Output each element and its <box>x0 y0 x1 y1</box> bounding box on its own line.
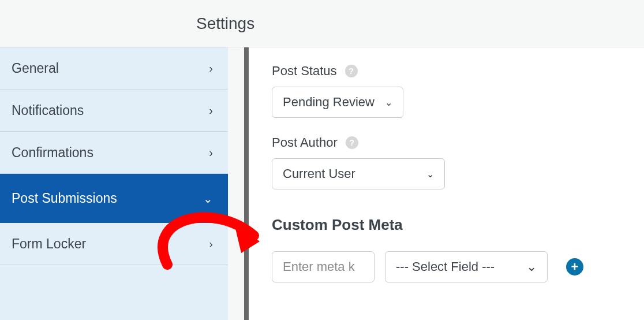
sidebar-item-notifications[interactable]: Notifications › <box>0 90 228 132</box>
select-value: --- Select Field --- <box>396 259 495 274</box>
custom-post-meta-heading: Custom Post Meta <box>272 216 621 234</box>
chevron-right-icon: › <box>209 104 213 117</box>
chevron-right-icon: › <box>209 237 213 251</box>
sidebar-item-label: Form Locker <box>12 236 86 252</box>
chevron-down-icon: ⌄ <box>385 97 392 108</box>
sidebar-item-label: Confirmations <box>12 145 93 161</box>
layout: General › Notifications › Confirmations … <box>0 47 644 320</box>
sidebar-item-form-locker[interactable]: Form Locker › <box>0 223 228 265</box>
add-meta-button[interactable]: + <box>566 258 583 276</box>
sidebar-item-label: Post Submissions <box>12 191 117 206</box>
field-post-status: Post Status ? Pending Review ⌄ <box>272 64 621 118</box>
select-value: Pending Review <box>283 95 375 110</box>
help-icon[interactable]: ? <box>345 65 358 77</box>
chevron-right-icon: › <box>209 62 213 75</box>
field-label: Post Status <box>272 64 337 79</box>
sidebar-item-label: Notifications <box>12 103 84 118</box>
sidebar-item-label: General <box>12 61 59 76</box>
chevron-right-icon: › <box>209 146 213 159</box>
custom-meta-row: --- Select Field --- ⌄ + <box>272 251 621 282</box>
content-wrap: Post Status ? Pending Review ⌄ Post Auth… <box>228 47 644 320</box>
field-label: Post Author <box>272 135 338 150</box>
select-value: Current User <box>283 166 355 181</box>
content-panel: Post Status ? Pending Review ⌄ Post Auth… <box>244 47 644 320</box>
post-status-select[interactable]: Pending Review ⌄ <box>272 87 403 118</box>
meta-field-select[interactable]: --- Select Field --- ⌄ <box>385 251 548 282</box>
chevron-down-icon: ⌄ <box>526 259 537 274</box>
field-label-row: Post Status ? <box>272 64 621 79</box>
sidebar-item-general[interactable]: General › <box>0 47 228 90</box>
settings-sidebar: General › Notifications › Confirmations … <box>0 47 228 320</box>
page-title: Settings <box>196 14 254 33</box>
top-bar: Settings <box>0 0 644 47</box>
chevron-down-icon: ⌄ <box>203 192 213 206</box>
sidebar-item-confirmations[interactable]: Confirmations › <box>0 132 228 174</box>
chevron-down-icon: ⌄ <box>426 169 434 180</box>
sidebar-item-post-submissions[interactable]: Post Submissions ⌄ <box>0 174 228 223</box>
meta-key-input[interactable] <box>272 251 375 282</box>
help-icon[interactable]: ? <box>346 136 358 149</box>
plus-icon: + <box>571 259 579 274</box>
post-author-select[interactable]: Current User ⌄ <box>272 158 445 189</box>
field-label-row: Post Author ? <box>272 135 621 150</box>
field-post-author: Post Author ? Current User ⌄ <box>272 135 621 189</box>
